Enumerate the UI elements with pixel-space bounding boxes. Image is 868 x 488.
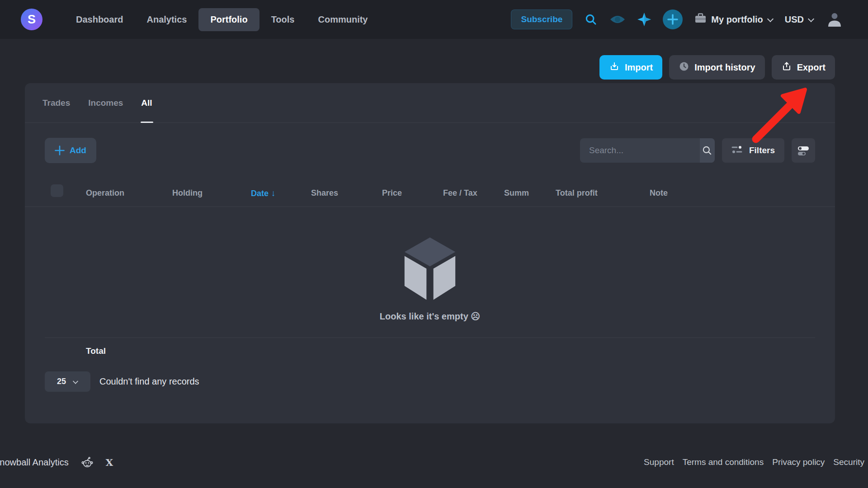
briefcase-icon [694, 13, 707, 26]
nav-items: Dashboard Analytics Portfolio Tools Comm… [64, 0, 379, 39]
top-nav: S Dashboard Analytics Portfolio Tools Co… [0, 0, 868, 39]
nav-item-dashboard[interactable]: Dashboard [64, 8, 135, 31]
add-circle-icon[interactable] [663, 9, 683, 29]
search-icon [701, 145, 713, 156]
empty-state: Looks like it's empty ☹ [25, 236, 835, 322]
profile-avatar-icon[interactable] [826, 10, 844, 28]
page-size-value: 25 [57, 377, 66, 386]
footer-link-support[interactable]: Support [644, 457, 674, 467]
action-bar: Import Import history Export [599, 55, 835, 80]
tab-all[interactable]: All [141, 83, 152, 122]
toolbar: Add [25, 138, 835, 163]
import-button-label: Import [625, 62, 653, 73]
tab-trades[interactable]: Trades [42, 83, 70, 122]
portfolio-card: Trades Incomes All Add [25, 83, 835, 423]
export-button[interactable]: Export [772, 55, 835, 80]
tab-incomes[interactable]: Incomes [88, 83, 123, 122]
column-operation[interactable]: Operation [86, 188, 124, 198]
nav-item-tools[interactable]: Tools [259, 8, 307, 31]
footer-link-privacy[interactable]: Privacy policy [772, 457, 825, 467]
reddit-icon[interactable] [81, 457, 93, 468]
eye-icon[interactable] [609, 14, 626, 25]
search-submit-button[interactable] [700, 138, 715, 163]
search-input[interactable] [580, 138, 700, 163]
column-summ[interactable]: Summ [504, 188, 529, 198]
logo-letter: S [28, 13, 36, 27]
nav-item-analytics[interactable]: Analytics [135, 8, 198, 31]
column-note[interactable]: Note [650, 188, 668, 198]
portfolio-selector-label: My portfolio [711, 14, 763, 25]
clock-icon [679, 61, 689, 74]
add-button[interactable]: Add [45, 138, 96, 163]
filters-button-label: Filters [749, 145, 775, 155]
column-total-profit[interactable]: Total profit [556, 188, 598, 198]
import-button[interactable]: Import [599, 55, 662, 80]
pagination: 25 Couldn't find any records [25, 371, 835, 392]
filters-icon [731, 145, 743, 157]
footer: Snowball Analytics X Sup [0, 450, 868, 475]
footer-brand: Snowball Analytics [0, 457, 69, 468]
search-icon[interactable] [584, 13, 598, 26]
footer-left: Snowball Analytics X [0, 457, 113, 468]
table-header: Operation Holding Date ↓ Shares Price Fe… [25, 163, 835, 207]
x-icon[interactable]: X [106, 457, 113, 468]
column-shares[interactable]: Shares [311, 188, 338, 198]
plus-icon [55, 145, 65, 155]
column-price[interactable]: Price [382, 188, 402, 198]
empty-state-message: Looks like it's empty ☹ [380, 311, 480, 322]
export-button-label: Export [797, 62, 826, 73]
view-toggle-button[interactable] [792, 138, 815, 163]
currency-selector-label: USD [785, 14, 804, 25]
nav-item-community[interactable]: Community [306, 8, 379, 31]
toggles-icon [797, 144, 810, 157]
import-history-button-label: Import history [694, 62, 755, 73]
no-records-message: Couldn't find any records [99, 376, 199, 387]
add-button-label: Add [70, 145, 86, 155]
upload-icon [781, 61, 792, 74]
tab-bar: Trades Incomes All [25, 83, 835, 123]
page-size-select[interactable]: 25 [45, 371, 90, 392]
total-label: Total [25, 346, 835, 356]
footer-link-security[interactable]: Security [833, 457, 864, 467]
chevron-down-icon [768, 15, 773, 21]
search-box [580, 138, 715, 163]
subscribe-button[interactable]: Subscribe [511, 9, 572, 29]
page: S Dashboard Analytics Portfolio Tools Co… [0, 0, 868, 488]
import-history-button[interactable]: Import history [669, 55, 764, 80]
currency-selector[interactable]: USD [785, 14, 814, 25]
toolbar-right: Filters [580, 138, 815, 163]
select-all-checkbox[interactable] [51, 184, 63, 197]
footer-link-terms[interactable]: Terms and conditions [683, 457, 764, 467]
column-date-sorted[interactable]: Date ↓ [251, 188, 276, 198]
nav-item-portfolio[interactable]: Portfolio [198, 8, 259, 31]
filters-button[interactable]: Filters [722, 138, 784, 163]
empty-cube-icon [401, 236, 459, 301]
chevron-down-icon [73, 378, 78, 382]
sort-desc-icon: ↓ [271, 188, 276, 198]
app-logo[interactable]: S [21, 9, 42, 30]
column-holding[interactable]: Holding [172, 188, 203, 198]
total-divider [45, 338, 815, 338]
download-icon [609, 61, 620, 74]
nav-right: Subscribe [511, 0, 844, 39]
star-icon[interactable] [637, 13, 651, 26]
column-fee-tax[interactable]: Fee / Tax [443, 188, 477, 198]
column-date-label: Date [251, 189, 269, 198]
portfolio-selector[interactable]: My portfolio [694, 13, 773, 26]
chevron-down-icon [808, 15, 814, 21]
footer-links: Support Terms and conditions Privacy pol… [644, 457, 868, 467]
